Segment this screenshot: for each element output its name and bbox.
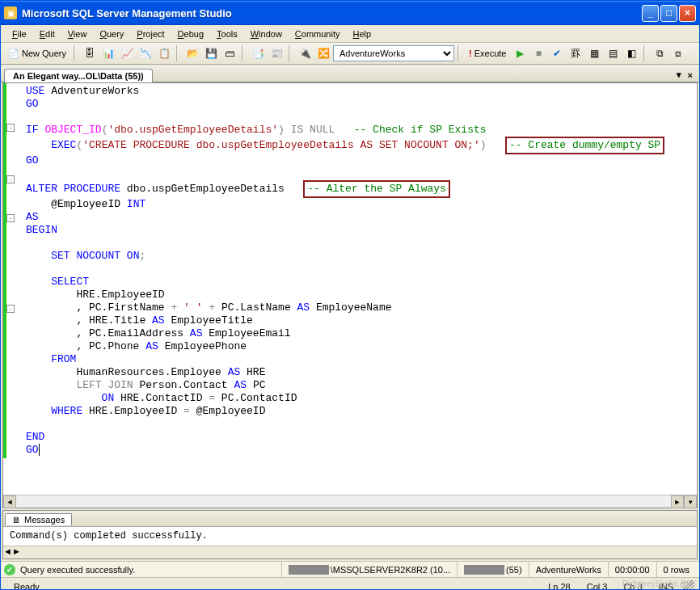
close-button[interactable]: ×	[679, 5, 696, 22]
editor-container: USE AdventureWorks GO IF OBJECT_ID('dbo.…	[2, 82, 698, 508]
menu-debug[interactable]: Debug	[171, 27, 210, 40]
new-query-button[interactable]: 📄 New Query	[4, 47, 70, 61]
scroll-right-icon[interactable]: ►	[671, 495, 684, 508]
annotation-box-1: -- Create dummy/empty SP	[505, 137, 664, 154]
code-content[interactable]: USE AdventureWorks GO IF OBJECT_ID('dbo.…	[3, 83, 697, 458]
messages-hscroll[interactable]: ◄ ►	[3, 546, 697, 558]
db-cell: AdventureWorks	[529, 562, 608, 577]
dmx-icon[interactable]: 📉	[137, 44, 154, 62]
outline-toggle[interactable]: -	[6, 175, 15, 183]
query-status-msg: Query executed successfully.	[20, 565, 281, 575]
tab-close-icon[interactable]: ×	[685, 69, 696, 82]
window-buttons: _ □ ×	[642, 5, 696, 22]
intellisense-icon[interactable]: ◧	[622, 44, 640, 62]
execute-button[interactable]: ! Execute	[465, 47, 510, 60]
cursor	[39, 444, 40, 456]
separator	[643, 45, 647, 61]
status-bar: Ready Ln 28 Col 3 Ch 3 INS DattatreySind…	[1, 577, 699, 590]
outline-toggle[interactable]: -	[6, 124, 15, 132]
results-icon[interactable]: ▤	[604, 44, 622, 62]
connect-icon[interactable]: 🔌	[296, 44, 314, 62]
outline-toggle[interactable]: -	[6, 214, 15, 222]
db-engine-icon[interactable]: 🗄	[81, 44, 99, 62]
new-query-label: New Query	[22, 48, 66, 58]
menu-help[interactable]: Help	[347, 27, 378, 40]
xmla-icon[interactable]: 📋	[155, 44, 173, 62]
messages-icon: 🗎	[12, 515, 21, 525]
separator	[242, 45, 246, 61]
menu-file[interactable]: File	[6, 27, 33, 40]
parse-icon[interactable]: ✔	[548, 44, 566, 62]
user-cell: (55)	[457, 562, 529, 577]
menu-community[interactable]: Community	[289, 27, 347, 40]
messages-tab-label: Messages	[24, 515, 65, 525]
status-col: Col 3	[579, 582, 616, 591]
mdx-icon[interactable]: 📈	[118, 44, 136, 62]
query-status-bar: ✔ Query executed successfully. \MSSQLSER…	[1, 561, 699, 577]
activity-icon[interactable]: 📑	[249, 44, 267, 62]
separator	[74, 45, 78, 61]
execute-icon: !	[469, 48, 472, 58]
menubar: File Edit View Query Project Debug Tools…	[1, 25, 699, 43]
redacted-block	[464, 565, 504, 575]
messages-tab[interactable]: 🗎 Messages	[5, 513, 72, 525]
editor-tab[interactable]: An Elegant way...OL\Datta (55))	[4, 69, 153, 82]
change-conn-icon[interactable]: 🔀	[314, 44, 332, 62]
menu-project[interactable]: Project	[130, 27, 171, 40]
messages-body[interactable]: Command(s) completed successfully.	[3, 527, 697, 546]
outline-toggle[interactable]: -	[6, 305, 15, 313]
annotation-box-2: -- Alter the SP Always	[303, 180, 450, 198]
window-title: Microsoft SQL Server Management Studio	[22, 7, 642, 19]
menu-tools[interactable]: Tools	[210, 27, 244, 40]
watermark: DattatreySindol.com	[622, 579, 695, 588]
titlebar: ▣ Microsoft SQL Server Management Studio…	[1, 1, 699, 25]
uncomment-icon[interactable]: ⧈	[669, 44, 687, 62]
debug-icon[interactable]: ▶	[511, 44, 529, 62]
code-editor[interactable]: USE AdventureWorks GO IF OBJECT_ID('dbo.…	[3, 83, 697, 495]
messages-panel: 🗎 Messages Command(s) completed successf…	[2, 510, 698, 559]
scroll-left-icon[interactable]: ◄	[3, 546, 12, 558]
scroll-left-icon[interactable]: ◄	[3, 495, 16, 508]
save-icon[interactable]: 💾	[202, 44, 220, 62]
separator	[458, 45, 462, 61]
new-query-icon: 📄	[8, 48, 19, 59]
stop-icon[interactable]: ■	[529, 44, 547, 62]
report-icon[interactable]: 📰	[268, 44, 285, 62]
options-icon[interactable]: ▦	[585, 44, 603, 62]
plan-icon[interactable]: 罫	[567, 44, 584, 62]
editor-hscroll[interactable]: ◄ ► ▾	[3, 495, 697, 508]
scroll-track[interactable]	[16, 495, 671, 508]
menu-view[interactable]: View	[61, 27, 94, 40]
saveall-icon[interactable]: 🗃	[221, 44, 238, 62]
status-ready: Ready	[6, 582, 540, 591]
menu-edit[interactable]: Edit	[33, 27, 61, 40]
toolbar: 📄 New Query 🗄 📊 📈 📉 📋 📂 💾 🗃 📑 📰 🔌 🔀 Adve…	[1, 43, 699, 65]
server-cell: \MSSQLSERVER2K8R2 (10...	[281, 562, 457, 577]
success-icon: ✔	[4, 564, 15, 575]
messages-tabstrip: 🗎 Messages	[3, 511, 697, 527]
separator	[176, 45, 180, 61]
status-ln: Ln 28	[540, 582, 579, 591]
open-icon[interactable]: 📂	[183, 44, 201, 62]
separator	[289, 45, 293, 61]
maximize-button[interactable]: □	[660, 5, 677, 22]
execute-label: Execute	[474, 48, 507, 58]
analysis-icon[interactable]: 📊	[99, 44, 117, 62]
app-icon: ▣	[4, 6, 17, 19]
scroll-corner-icon: ▾	[684, 495, 697, 508]
minimize-button[interactable]: _	[642, 5, 659, 22]
redacted-block	[289, 565, 329, 575]
menu-window[interactable]: Window	[244, 27, 289, 40]
comment-icon[interactable]: ⧉	[651, 44, 668, 62]
rows-cell: 0 rows	[656, 562, 696, 577]
scroll-right-icon[interactable]: ►	[12, 546, 21, 558]
time-cell: 00:00:00	[608, 562, 656, 577]
tab-title: An Elegant way...OL\Datta (55))	[13, 71, 144, 81]
menu-query[interactable]: Query	[93, 27, 130, 40]
tabstrip: An Elegant way...OL\Datta (55)) ▾ ×	[1, 65, 699, 82]
tab-dropdown-icon[interactable]: ▾	[673, 68, 685, 82]
database-selector[interactable]: AdventureWorks	[333, 45, 454, 61]
